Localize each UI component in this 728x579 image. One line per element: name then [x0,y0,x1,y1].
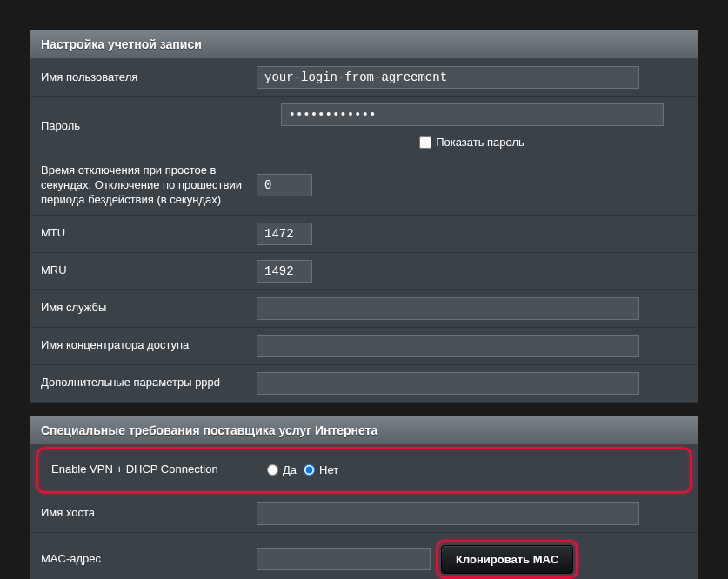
clone-mac-highlight: Клонировать MAC [436,540,578,579]
mac-label: MAC-адрес [41,552,257,567]
vpn-dhcp-no-option[interactable]: Нет [304,463,338,476]
vpn-dhcp-highlight: Enable VPN + DHCP Connection Да Нет [36,447,692,494]
pppd-label: Дополнительные параметры pppd [41,376,257,390]
mtu-label: MTU [41,226,257,241]
idle-timeout-label: Время отключения при простое в секундах:… [41,163,257,208]
isp-requirements-panel: Специальные требования поставщика услуг … [30,416,698,579]
hostname-input[interactable] [257,502,639,525]
username-row: Имя пользователя [30,59,698,96]
mtu-input[interactable] [257,223,312,245]
mtu-row: MTU [30,216,698,253]
concentrator-label: Имя концентратора доступа [41,338,257,353]
vpn-dhcp-row: Enable VPN + DHCP Connection Да Нет [41,452,687,489]
vpn-dhcp-yes-radio[interactable] [267,464,278,476]
isp-requirements-header: Специальные требования поставщика услуг … [30,416,698,445]
password-row: Пароль Показать пароль [30,96,698,156]
mac-input[interactable] [257,548,431,570]
vpn-dhcp-yes-label: Да [283,463,297,476]
show-password-label: Показать пароль [436,136,524,149]
service-name-input[interactable] [257,297,639,320]
service-name-label: Имя службы [41,301,257,316]
username-label: Имя пользователя [41,70,257,85]
username-input[interactable] [257,66,639,89]
mru-label: MRU [41,263,257,278]
vpn-dhcp-yes-option[interactable]: Да [267,463,297,476]
idle-timeout-input[interactable] [257,174,312,196]
vpn-dhcp-label: Enable VPN + DHCP Connection [51,463,267,477]
hostname-row: Имя хоста [30,496,698,533]
mru-row: MRU [30,253,698,290]
show-password-checkbox[interactable] [419,136,431,149]
idle-timeout-row: Время отключения при простое в секундах:… [30,156,698,216]
mac-row: MAC-адрес Клонировать MAC [30,533,698,579]
pppd-input[interactable] [257,372,639,395]
password-label: Пароль [41,119,257,134]
vpn-dhcp-no-label: Нет [319,463,338,476]
pppd-row: Дополнительные параметры pppd [30,365,698,403]
account-settings-panel: Настройка учетной записи Имя пользовател… [30,30,698,403]
concentrator-row: Имя концентратора доступа [30,328,698,365]
clone-mac-button[interactable]: Клонировать MAC [441,545,573,574]
service-name-row: Имя службы [30,290,698,328]
vpn-dhcp-no-radio[interactable] [304,464,315,476]
password-input[interactable] [281,103,664,126]
account-settings-header: Настройка учетной записи [30,30,698,59]
concentrator-input[interactable] [257,335,639,357]
hostname-label: Имя хоста [41,506,257,521]
mru-input[interactable] [257,260,312,283]
